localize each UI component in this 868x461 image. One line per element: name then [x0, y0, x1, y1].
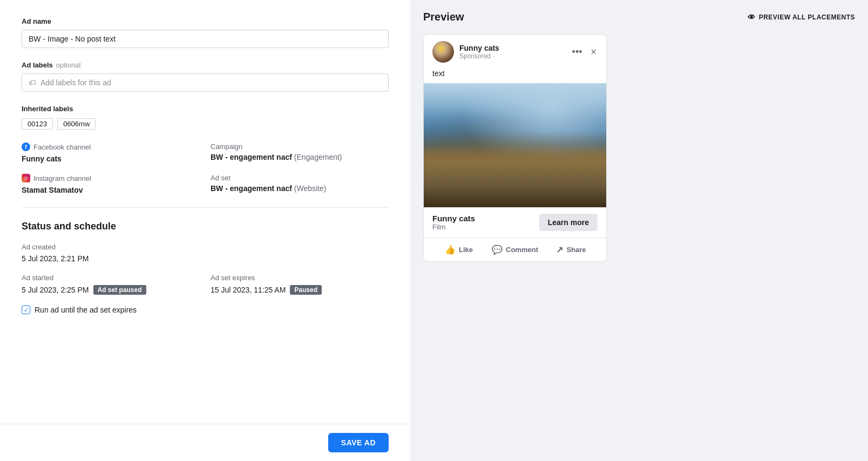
avatar: [432, 41, 454, 63]
avatar-image: [432, 41, 454, 63]
ad-started-value: 5 Jul 2023, 2:25 PM Ad set paused: [22, 285, 200, 295]
facebook-icon: f: [22, 143, 30, 151]
like-label: Like: [459, 246, 473, 254]
form-section: Ad name Ad labels optional 🏷 Add labels …: [0, 0, 410, 424]
ad-labels-group: Ad labels optional 🏷 Add labels for this…: [22, 61, 389, 92]
ad-name-label: Ad name: [22, 17, 389, 25]
ad-name-input[interactable]: [22, 30, 389, 48]
more-options-button[interactable]: •••: [571, 45, 584, 59]
inherited-labels-title: Inherited labels: [22, 105, 389, 113]
comment-icon: 💬: [492, 245, 503, 255]
inherited-labels-section: Inherited labels 00123 0606mw: [22, 105, 389, 130]
ad-page-name: Funny cats: [459, 44, 566, 52]
ad-set-expires-label: Ad set expires: [211, 274, 389, 282]
form-footer: SAVE AD: [0, 424, 410, 461]
ad-sponsored: Sponsored ·: [459, 52, 566, 60]
instagram-channel-value: Stamat Stamatov: [22, 186, 200, 194]
tag-icon: 🏷: [29, 78, 36, 87]
eye-icon: 👁: [748, 13, 756, 22]
ad-cta-row: Funny cats Film Learn more: [424, 207, 606, 238]
ad-card-header: Funny cats Sponsored · ••• ×: [424, 35, 606, 69]
status-section-title: Status and schedule: [22, 221, 389, 232]
ad-card-actions: ••• ×: [571, 45, 598, 59]
ad-reactions-row: 👍 Like 💬 Comment ↗ Share: [424, 238, 606, 261]
run-ad-label: Run ad until the ad set expires: [35, 306, 137, 314]
ad-post-text: text: [424, 69, 606, 83]
ad-preview-card: Funny cats Sponsored · ••• × text Funny …: [423, 34, 607, 262]
ad-set-label: Ad set: [211, 174, 389, 182]
ad-headline: Funny cats Film: [432, 214, 475, 231]
paused-badge: Paused: [290, 285, 322, 295]
city-layer: [424, 132, 606, 207]
preview-header: Preview 👁 PREVIEW ALL PLACEMENTS: [423, 11, 855, 23]
comment-button[interactable]: 💬 Comment: [485, 240, 545, 259]
ad-name-group: Ad name: [22, 17, 389, 48]
ad-set-expires-value: 15 Jul 2023, 11:25 AM Paused: [211, 285, 389, 295]
close-button[interactable]: ×: [589, 45, 598, 59]
channels-campaigns-grid: f Facebook channel Funny cats Campaign B…: [22, 143, 389, 194]
facebook-channel-block: f Facebook channel Funny cats: [22, 143, 200, 163]
tag-00123: 00123: [22, 118, 53, 130]
tags-row: 00123 0606mw: [22, 118, 389, 130]
comment-label: Comment: [506, 246, 538, 254]
ad-labels-input[interactable]: 🏷 Add labels for this ad: [22, 73, 389, 92]
ad-headline-title: Funny cats: [432, 214, 475, 223]
ad-started-block: Ad started 5 Jul 2023, 2:25 PM Ad set pa…: [22, 274, 200, 295]
ad-headline-sub: Film: [432, 223, 475, 231]
facebook-channel-title: f Facebook channel: [22, 143, 200, 151]
save-ad-button[interactable]: SAVE AD: [328, 433, 389, 452]
right-panel: Preview 👁 PREVIEW ALL PLACEMENTS Funny c…: [410, 0, 868, 461]
campaign-value: BW - engagement nacf (Engagement): [211, 153, 389, 161]
ad-created-value: 5 Jul 2023, 2:21 PM: [22, 254, 389, 263]
learn-more-button[interactable]: Learn more: [539, 214, 598, 231]
ad-labels-placeholder: Add labels for this ad: [40, 78, 111, 87]
like-icon: 👍: [445, 245, 456, 255]
facebook-channel-value: Funny cats: [22, 154, 200, 163]
status-schedule-section: Status and schedule Ad created 5 Jul 202…: [22, 221, 389, 314]
ad-set-expires-block: Ad set expires 15 Jul 2023, 11:25 AM Pau…: [211, 274, 389, 295]
share-label: Share: [566, 246, 586, 254]
ad-created-label: Ad created: [22, 243, 389, 251]
left-panel: Ad name Ad labels optional 🏷 Add labels …: [0, 0, 410, 461]
ad-set-block: Ad set BW - engagement nacf (Website): [211, 174, 389, 194]
share-icon: ↗: [556, 245, 563, 255]
tag-0606mw: 0606mw: [57, 118, 96, 130]
ad-set-paused-badge: Ad set paused: [93, 285, 146, 295]
divider: [22, 207, 389, 208]
preview-all-placements-button[interactable]: 👁 PREVIEW ALL PLACEMENTS: [748, 13, 855, 22]
ad-created-block: Ad created 5 Jul 2023, 2:21 PM: [22, 243, 389, 263]
run-ad-checkbox[interactable]: ✓: [22, 306, 30, 314]
like-button[interactable]: 👍 Like: [432, 240, 485, 259]
run-ad-checkbox-row[interactable]: ✓ Run ad until the ad set expires: [22, 306, 389, 314]
campaign-block: Campaign BW - engagement nacf (Engagemen…: [211, 143, 389, 163]
instagram-icon: ◎: [22, 174, 30, 182]
campaign-label: Campaign: [211, 143, 389, 151]
share-button[interactable]: ↗ Share: [545, 240, 598, 259]
ad-set-value: BW - engagement nacf (Website): [211, 184, 389, 193]
status-grid: Ad started 5 Jul 2023, 2:25 PM Ad set pa…: [22, 274, 389, 295]
instagram-channel-title: ◎ Instagram channel: [22, 174, 200, 182]
ad-image: [424, 83, 606, 207]
preview-title: Preview: [423, 11, 464, 23]
ad-labels-label: Ad labels optional: [22, 61, 389, 69]
ad-page-info: Funny cats Sponsored ·: [459, 44, 566, 60]
instagram-channel-block: ◎ Instagram channel Stamat Stamatov: [22, 174, 200, 194]
ad-started-label: Ad started: [22, 274, 200, 282]
